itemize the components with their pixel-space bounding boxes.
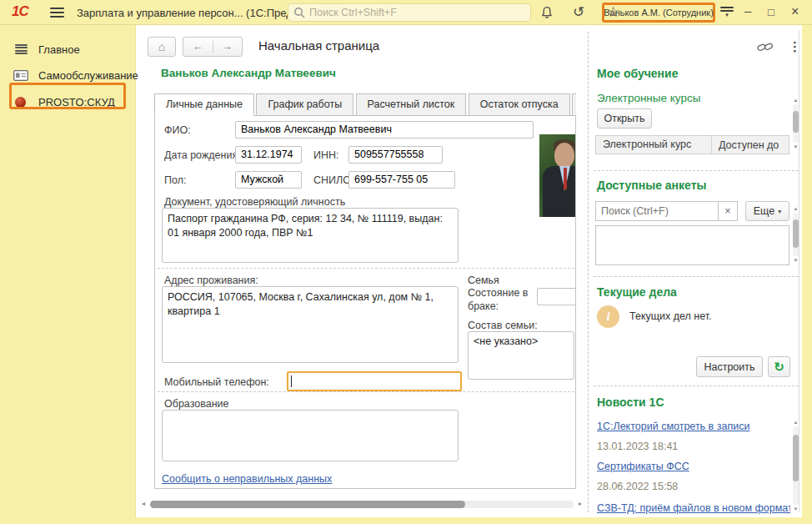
tab-vacation-balance[interactable]: Остаток отпуска [469, 93, 570, 116]
notifications-bell-icon[interactable] [540, 6, 554, 19]
tab-work-schedule[interactable]: График работы [256, 93, 353, 116]
family-header: Семья [468, 275, 499, 286]
back-icon: ← [193, 41, 203, 53]
1c-logo: 1С [12, 3, 28, 20]
configure-button[interactable]: Настроить [696, 356, 763, 377]
mobile-phone-label: Мобильный телефон: [164, 376, 269, 388]
identity-document-header: Документ, удостоверяющий личность [164, 196, 345, 208]
section-divider [158, 268, 574, 269]
inn-field[interactable]: 509557755558 [348, 146, 443, 164]
dropdown-arrow-icon: ▾ [778, 208, 781, 215]
minimize-button[interactable]: – [744, 3, 751, 19]
info-icon: i [597, 305, 619, 328]
horizontal-scrollbar[interactable] [150, 501, 574, 508]
snils-label: СНИЛС: [313, 174, 353, 186]
news-header: Новости 1С [597, 396, 664, 409]
search-icon [293, 7, 305, 18]
tab-individual[interactable]: Индивидуальные [572, 93, 576, 116]
more-actions-button[interactable]: Еще ▾ [745, 201, 789, 221]
search-input[interactable] [309, 7, 525, 18]
tab-personal-data[interactable]: Личные данные [154, 93, 254, 116]
sidebar-item-selfservice[interactable]: Самообслуживание [0, 63, 136, 88]
surveys-header: Доступные анкеты [597, 179, 707, 192]
application-window: 1С Зарплата и управление персон... (1С:П… [0, 0, 812, 524]
panel-splitter[interactable] [588, 32, 589, 512]
hscroll-thumb[interactable] [150, 501, 465, 508]
home-icon: ⌂ [158, 40, 165, 53]
news-item-link[interactable]: СЗВ-ТД: приём файлов в новом формате [597, 502, 790, 514]
current-user-label: Ваньков А.М. (Сотрудник) [604, 8, 714, 18]
section-divider [594, 170, 799, 171]
main-section-icon [15, 44, 28, 54]
titlebar: 1С Зарплата и управление персон... (1С:П… [0, 0, 812, 25]
education-field[interactable] [162, 410, 459, 461]
snils-field[interactable]: 699-557-755 05 [348, 171, 455, 189]
page-title: Начальная страница [258, 38, 379, 53]
surveys-list[interactable] [595, 225, 789, 265]
address-field[interactable]: РОССИЯ, 107065, Москва г, Сахалинская ул… [162, 286, 459, 363]
close-button[interactable]: × [791, 3, 799, 20]
news-item-link[interactable]: Сертификаты ФСС [597, 461, 689, 472]
sidebar-item-prosto-skud[interactable]: PROSTO:СКУД [0, 89, 136, 114]
history-icon[interactable]: ↺ [573, 4, 584, 21]
global-search[interactable] [288, 3, 531, 22]
text-caret [291, 375, 292, 387]
back-button[interactable]: ← [183, 41, 213, 53]
sidebar: Главное Самообслуживание PROSTO:СКУД [0, 25, 136, 517]
service-menu-icon[interactable]: ▾ [720, 7, 734, 18]
sidebar-item-main[interactable]: Главное [0, 37, 136, 62]
my-training-header: Мое обучение [597, 67, 678, 80]
todo-empty-text: Текущих дел нет. [629, 310, 712, 322]
tab-payslip[interactable]: Расчетный листок [356, 93, 467, 116]
mobile-phone-field-focused[interactable] [287, 371, 462, 391]
right-panel-border [799, 30, 799, 512]
forward-button[interactable]: → [213, 41, 243, 53]
refresh-button[interactable]: ↻ [768, 356, 790, 377]
profile-tabs: Личные данные График работы Расчетный ли… [154, 93, 576, 116]
inn-label: ИНН: [313, 149, 339, 161]
personal-data-panel: ФИО: Ваньков Александр Матвеевич Дата ро… [154, 115, 576, 489]
more-actions-label: Еще [754, 205, 774, 217]
hscroll-right-arrow[interactable]: ▸ [579, 500, 582, 507]
sidebar-item-label: Самообслуживание [38, 69, 138, 82]
surveys-search-box[interactable] [595, 201, 719, 221]
family-members-label: Состав семьи: [468, 320, 538, 331]
forward-icon: → [223, 41, 233, 53]
employee-name: Ваньков Александр Матвеевич [161, 67, 336, 79]
identity-document-field[interactable]: Паспорт гражданина РФ, серия: 12 34, № 1… [162, 208, 459, 263]
id-card-icon [13, 70, 28, 81]
fio-field[interactable]: Ваньков Александр Матвеевич [235, 121, 534, 139]
fio-label: ФИО: [164, 124, 191, 136]
refresh-icon: ↻ [774, 360, 784, 375]
window-frame-right [802, 25, 812, 524]
main-menu-icon[interactable] [50, 8, 64, 18]
sidebar-item-label: Главное [38, 43, 80, 56]
marital-status-label: Состояние в браке: [468, 286, 536, 314]
surveys-search-input[interactable] [601, 205, 713, 217]
available-until-column-header[interactable]: Доступен до [712, 139, 779, 151]
family-members-field[interactable]: <не указано> [468, 331, 574, 380]
get-link-icon[interactable] [757, 41, 774, 53]
course-column-header[interactable]: Электронный курс [596, 136, 712, 154]
news-item-date: 13.01.2023 18:41 [597, 441, 678, 452]
news-item-date: 28.06.2022 15:58 [597, 481, 678, 492]
courses-table-header: Электронный курс Доступен до [595, 135, 789, 154]
birthdate-label: Дата рождения: [164, 149, 241, 161]
todo-header: Текущие дела [597, 285, 677, 299]
hscroll-left-arrow[interactable]: ◂ [142, 500, 145, 507]
gender-label: Пол: [164, 174, 186, 186]
open-course-button[interactable]: Открыть [597, 108, 652, 128]
clear-search-button[interactable]: × [718, 201, 738, 221]
section-divider [158, 391, 574, 392]
news-item-link[interactable]: 1С:Лекторий смотреть в записи [597, 421, 749, 432]
current-user-badge[interactable]: Ваньков А.М. (Сотрудник) [602, 3, 715, 23]
marital-status-field[interactable] [537, 288, 576, 305]
maximize-button[interactable]: □ [768, 4, 774, 21]
home-button[interactable]: ⌂ [148, 37, 176, 57]
gender-field[interactable]: Мужской [235, 171, 302, 189]
birthdate-field[interactable]: 31.12.1974 [235, 146, 302, 164]
employee-photo [539, 134, 576, 217]
address-label: Адрес проживания: [164, 275, 258, 286]
ecourses-subheader: Электронные курсы [597, 92, 700, 104]
report-incorrect-data-link[interactable]: Сообщить о неправильных данных [162, 473, 332, 485]
